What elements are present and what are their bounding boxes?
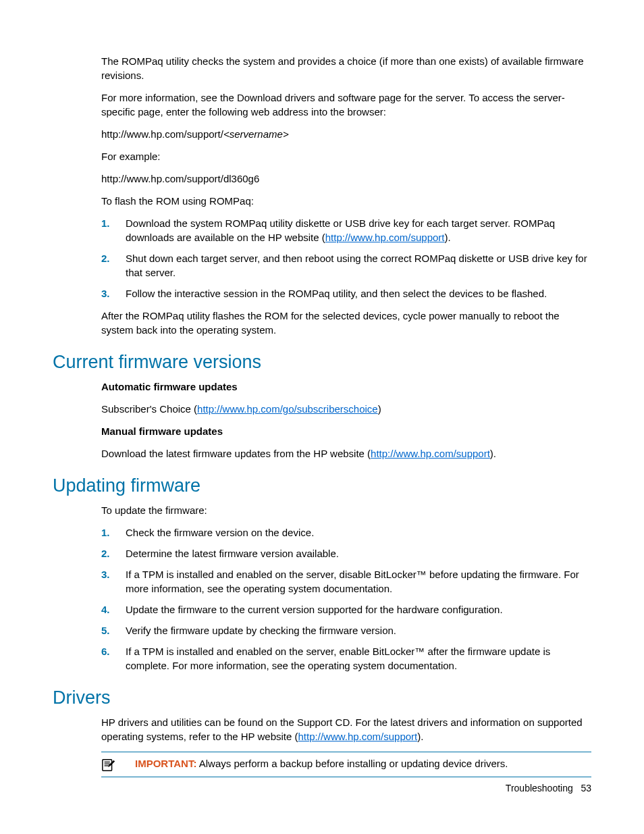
heading-drivers: Drivers — [53, 687, 591, 708]
footer-section: Troubleshooting — [506, 783, 573, 793]
list-item: Shut down each target server, and then r… — [126, 251, 591, 280]
important-text: IMPORTANT: Always perform a backup befor… — [135, 756, 508, 771]
flash-steps-list: Download the system ROMPaq utility diske… — [53, 216, 591, 301]
manual-updates-text: Download the latest firmware updates fro… — [101, 446, 591, 461]
page-footer: Troubleshooting 53 — [506, 783, 591, 793]
list-item: Update the firmware to the current versi… — [126, 602, 591, 617]
updating-steps-list: Check the firmware version on the device… — [53, 525, 591, 673]
list-item: Verify the firmware update by checking t… — [126, 623, 591, 637]
important-callout: IMPORTANT: Always perform a backup befor… — [101, 752, 591, 777]
list-item: Download the system ROMPaq utility diske… — [126, 216, 591, 244]
list-item: Follow the interactive session in the RO… — [126, 286, 591, 301]
auto-updates-text: Subscriber's Choice (http://www.hp.com/g… — [101, 402, 591, 416]
url-template: http://www.hp.com/support/<servername> — [101, 127, 591, 141]
intro-p2: For more information, see the Download d… — [101, 90, 591, 119]
heading-updating-firmware: Updating firmware — [53, 475, 591, 496]
heading-current-firmware: Current firmware versions — [53, 352, 591, 373]
support-link[interactable]: http://www.hp.com/support — [298, 731, 418, 742]
url-example: http://www.hp.com/support/dl360g6 — [101, 172, 591, 186]
drivers-text: HP drivers and utilities can be found on… — [101, 715, 591, 744]
updating-intro: To update the firmware: — [101, 503, 591, 517]
auto-updates-label: Automatic firmware updates — [101, 380, 591, 394]
support-link[interactable]: http://www.hp.com/support — [371, 448, 490, 459]
manual-updates-label: Manual firmware updates — [101, 424, 591, 438]
flash-intro: To flash the ROM using ROMPaq: — [101, 194, 591, 208]
intro-p1: The ROMPaq utility checks the system and… — [101, 54, 591, 82]
note-icon — [101, 758, 116, 773]
for-example: For example: — [101, 149, 591, 163]
list-item: If a TPM is installed and enabled on the… — [126, 567, 591, 596]
list-item: Check the firmware version on the device… — [126, 525, 591, 540]
subscribers-choice-link[interactable]: http://www.hp.com/go/subscriberschoice — [197, 403, 378, 415]
important-label: IMPORTANT: — [135, 758, 196, 769]
list-item: Determine the latest firmware version av… — [126, 546, 591, 561]
list-item: If a TPM is installed and enabled on the… — [126, 644, 591, 673]
support-link[interactable]: http://www.hp.com/support — [325, 232, 445, 243]
footer-page-number: 53 — [581, 783, 591, 793]
after-flash: After the ROMPaq utility flashes the ROM… — [101, 309, 591, 337]
